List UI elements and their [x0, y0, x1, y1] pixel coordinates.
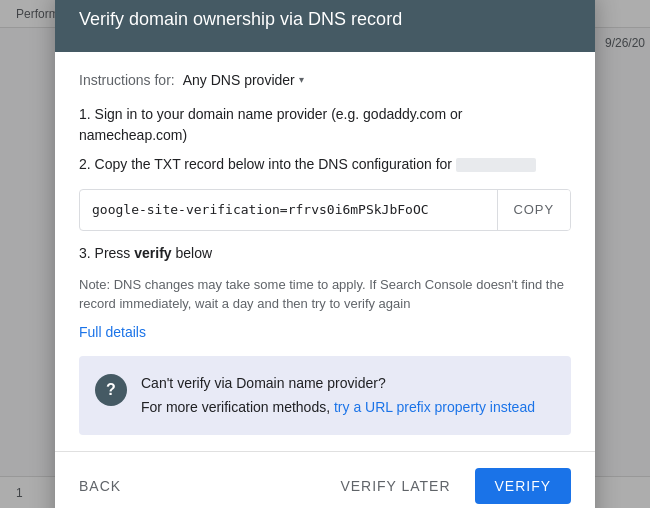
- dialog-body: Instructions for: Any DNS provider ▾ 1. …: [55, 52, 595, 435]
- step-3-prefix: 3. Press: [79, 245, 134, 261]
- note-text: Note: DNS changes may take some time to …: [79, 275, 571, 314]
- dialog-footer: BACK VERIFY LATER VERIFY: [55, 451, 595, 508]
- back-button[interactable]: BACK: [79, 470, 121, 502]
- dialog-title: Verify domain ownership via DNS record: [79, 8, 571, 31]
- full-details-link[interactable]: Full details: [79, 324, 146, 340]
- info-box-title: Can't verify via Domain name provider?: [141, 372, 535, 394]
- step-3-suffix: below: [172, 245, 212, 261]
- step-2: 2. Copy the TXT record below into the DN…: [79, 154, 571, 175]
- info-icon-wrap: ?: [95, 374, 127, 406]
- step-2-text: Copy the TXT record below into the DNS c…: [95, 156, 452, 172]
- info-box-text: Can't verify via Domain name provider? F…: [141, 372, 535, 419]
- step-1-number: 1.: [79, 106, 95, 122]
- footer-right: VERIFY LATER VERIFY: [324, 468, 571, 504]
- txt-record-row: COPY: [79, 189, 571, 231]
- footer-left: BACK: [79, 470, 121, 502]
- chevron-down-icon: ▾: [299, 74, 304, 85]
- copy-button[interactable]: COPY: [497, 190, 570, 230]
- step-2-number: 2.: [79, 156, 95, 172]
- dns-provider-dropdown[interactable]: Any DNS provider ▾: [183, 72, 304, 88]
- step-1: 1. Sign in to your domain name provider …: [79, 104, 571, 146]
- url-prefix-link[interactable]: try a URL prefix property instead: [334, 399, 535, 415]
- question-mark-icon: ?: [106, 382, 116, 398]
- info-box-body-prefix: For more verification methods,: [141, 399, 334, 415]
- step-1-text: Sign in to your domain name provider (e.…: [79, 106, 462, 143]
- step-3: 3. Press verify below: [79, 245, 571, 261]
- verify-domain-dialog: Verify domain ownership via DNS record I…: [55, 0, 595, 508]
- verify-button[interactable]: VERIFY: [475, 468, 571, 504]
- instructions-row: Instructions for: Any DNS provider ▾: [79, 72, 571, 88]
- instructions-label: Instructions for:: [79, 72, 175, 88]
- info-box: ? Can't verify via Domain name provider?…: [79, 356, 571, 435]
- txt-record-input[interactable]: [80, 192, 497, 227]
- dns-provider-value: Any DNS provider: [183, 72, 295, 88]
- verify-later-button[interactable]: VERIFY LATER: [324, 470, 466, 502]
- steps-list: 1. Sign in to your domain name provider …: [79, 104, 571, 175]
- domain-placeholder: [456, 158, 536, 172]
- dialog-header: Verify domain ownership via DNS record: [55, 0, 595, 52]
- step-3-bold: verify: [134, 245, 171, 261]
